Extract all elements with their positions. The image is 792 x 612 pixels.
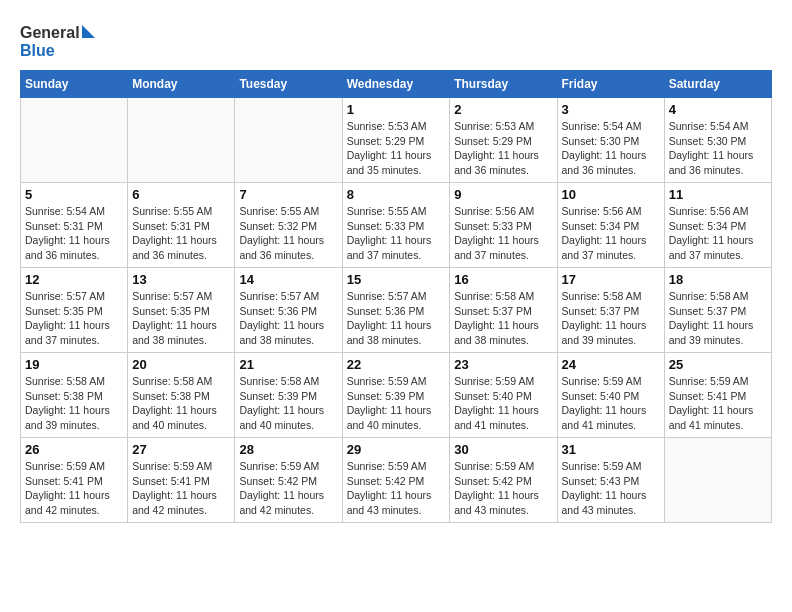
week-row-2: 5Sunrise: 5:54 AMSunset: 5:31 PMDaylight… [21, 183, 772, 268]
day-number: 18 [669, 272, 767, 287]
calendar-cell: 30Sunrise: 5:59 AMSunset: 5:42 PMDayligh… [450, 438, 557, 523]
day-number: 15 [347, 272, 446, 287]
day-info: Sunrise: 5:59 AMSunset: 5:43 PMDaylight:… [562, 459, 660, 518]
calendar-cell: 4Sunrise: 5:54 AMSunset: 5:30 PMDaylight… [664, 98, 771, 183]
day-info: Sunrise: 5:58 AMSunset: 5:37 PMDaylight:… [562, 289, 660, 348]
calendar-cell: 17Sunrise: 5:58 AMSunset: 5:37 PMDayligh… [557, 268, 664, 353]
day-info: Sunrise: 5:57 AMSunset: 5:35 PMDaylight:… [132, 289, 230, 348]
day-number: 13 [132, 272, 230, 287]
week-row-1: 1Sunrise: 5:53 AMSunset: 5:29 PMDaylight… [21, 98, 772, 183]
calendar-cell: 12Sunrise: 5:57 AMSunset: 5:35 PMDayligh… [21, 268, 128, 353]
day-info: Sunrise: 5:58 AMSunset: 5:37 PMDaylight:… [669, 289, 767, 348]
weekday-header-wednesday: Wednesday [342, 71, 450, 98]
calendar-cell: 21Sunrise: 5:58 AMSunset: 5:39 PMDayligh… [235, 353, 342, 438]
calendar-cell: 25Sunrise: 5:59 AMSunset: 5:41 PMDayligh… [664, 353, 771, 438]
day-number: 31 [562, 442, 660, 457]
day-info: Sunrise: 5:57 AMSunset: 5:36 PMDaylight:… [239, 289, 337, 348]
day-info: Sunrise: 5:53 AMSunset: 5:29 PMDaylight:… [454, 119, 552, 178]
calendar-cell: 15Sunrise: 5:57 AMSunset: 5:36 PMDayligh… [342, 268, 450, 353]
day-number: 6 [132, 187, 230, 202]
day-info: Sunrise: 5:58 AMSunset: 5:39 PMDaylight:… [239, 374, 337, 433]
calendar-cell: 11Sunrise: 5:56 AMSunset: 5:34 PMDayligh… [664, 183, 771, 268]
day-info: Sunrise: 5:55 AMSunset: 5:31 PMDaylight:… [132, 204, 230, 263]
calendar-cell: 10Sunrise: 5:56 AMSunset: 5:34 PMDayligh… [557, 183, 664, 268]
day-info: Sunrise: 5:56 AMSunset: 5:34 PMDaylight:… [669, 204, 767, 263]
day-info: Sunrise: 5:57 AMSunset: 5:35 PMDaylight:… [25, 289, 123, 348]
logo: GeneralBlue [20, 20, 100, 60]
calendar-cell: 14Sunrise: 5:57 AMSunset: 5:36 PMDayligh… [235, 268, 342, 353]
calendar-cell: 2Sunrise: 5:53 AMSunset: 5:29 PMDaylight… [450, 98, 557, 183]
day-info: Sunrise: 5:59 AMSunset: 5:39 PMDaylight:… [347, 374, 446, 433]
calendar-cell: 22Sunrise: 5:59 AMSunset: 5:39 PMDayligh… [342, 353, 450, 438]
day-info: Sunrise: 5:59 AMSunset: 5:42 PMDaylight:… [347, 459, 446, 518]
day-info: Sunrise: 5:58 AMSunset: 5:38 PMDaylight:… [25, 374, 123, 433]
calendar-cell: 28Sunrise: 5:59 AMSunset: 5:42 PMDayligh… [235, 438, 342, 523]
day-info: Sunrise: 5:56 AMSunset: 5:34 PMDaylight:… [562, 204, 660, 263]
calendar-cell: 8Sunrise: 5:55 AMSunset: 5:33 PMDaylight… [342, 183, 450, 268]
day-info: Sunrise: 5:59 AMSunset: 5:41 PMDaylight:… [132, 459, 230, 518]
weekday-header-monday: Monday [128, 71, 235, 98]
day-info: Sunrise: 5:55 AMSunset: 5:33 PMDaylight:… [347, 204, 446, 263]
day-info: Sunrise: 5:59 AMSunset: 5:40 PMDaylight:… [562, 374, 660, 433]
day-number: 9 [454, 187, 552, 202]
calendar-cell: 19Sunrise: 5:58 AMSunset: 5:38 PMDayligh… [21, 353, 128, 438]
day-info: Sunrise: 5:59 AMSunset: 5:42 PMDaylight:… [239, 459, 337, 518]
calendar-cell: 20Sunrise: 5:58 AMSunset: 5:38 PMDayligh… [128, 353, 235, 438]
day-number: 16 [454, 272, 552, 287]
day-info: Sunrise: 5:59 AMSunset: 5:40 PMDaylight:… [454, 374, 552, 433]
day-info: Sunrise: 5:59 AMSunset: 5:41 PMDaylight:… [25, 459, 123, 518]
weekday-header-saturday: Saturday [664, 71, 771, 98]
day-info: Sunrise: 5:54 AMSunset: 5:31 PMDaylight:… [25, 204, 123, 263]
day-number: 30 [454, 442, 552, 457]
week-row-3: 12Sunrise: 5:57 AMSunset: 5:35 PMDayligh… [21, 268, 772, 353]
day-info: Sunrise: 5:57 AMSunset: 5:36 PMDaylight:… [347, 289, 446, 348]
calendar-cell: 6Sunrise: 5:55 AMSunset: 5:31 PMDaylight… [128, 183, 235, 268]
calendar-table: SundayMondayTuesdayWednesdayThursdayFrid… [20, 70, 772, 523]
day-number: 24 [562, 357, 660, 372]
day-number: 21 [239, 357, 337, 372]
day-number: 7 [239, 187, 337, 202]
day-info: Sunrise: 5:54 AMSunset: 5:30 PMDaylight:… [669, 119, 767, 178]
weekday-header-friday: Friday [557, 71, 664, 98]
day-number: 5 [25, 187, 123, 202]
day-number: 25 [669, 357, 767, 372]
svg-text:General: General [20, 24, 80, 41]
day-number: 27 [132, 442, 230, 457]
calendar-cell: 18Sunrise: 5:58 AMSunset: 5:37 PMDayligh… [664, 268, 771, 353]
weekday-header-sunday: Sunday [21, 71, 128, 98]
day-info: Sunrise: 5:53 AMSunset: 5:29 PMDaylight:… [347, 119, 446, 178]
day-number: 23 [454, 357, 552, 372]
page-header: GeneralBlue [20, 20, 772, 60]
day-number: 14 [239, 272, 337, 287]
day-info: Sunrise: 5:59 AMSunset: 5:41 PMDaylight:… [669, 374, 767, 433]
calendar-cell [235, 98, 342, 183]
calendar-cell: 24Sunrise: 5:59 AMSunset: 5:40 PMDayligh… [557, 353, 664, 438]
calendar-cell [21, 98, 128, 183]
calendar-cell: 7Sunrise: 5:55 AMSunset: 5:32 PMDaylight… [235, 183, 342, 268]
calendar-cell [128, 98, 235, 183]
calendar-cell: 1Sunrise: 5:53 AMSunset: 5:29 PMDaylight… [342, 98, 450, 183]
day-number: 22 [347, 357, 446, 372]
day-info: Sunrise: 5:56 AMSunset: 5:33 PMDaylight:… [454, 204, 552, 263]
day-info: Sunrise: 5:58 AMSunset: 5:37 PMDaylight:… [454, 289, 552, 348]
logo-svg: GeneralBlue [20, 20, 100, 60]
calendar-cell: 29Sunrise: 5:59 AMSunset: 5:42 PMDayligh… [342, 438, 450, 523]
weekday-header-row: SundayMondayTuesdayWednesdayThursdayFrid… [21, 71, 772, 98]
svg-text:Blue: Blue [20, 42, 55, 59]
day-number: 11 [669, 187, 767, 202]
calendar-cell: 3Sunrise: 5:54 AMSunset: 5:30 PMDaylight… [557, 98, 664, 183]
day-number: 12 [25, 272, 123, 287]
day-number: 10 [562, 187, 660, 202]
week-row-4: 19Sunrise: 5:58 AMSunset: 5:38 PMDayligh… [21, 353, 772, 438]
calendar-cell [664, 438, 771, 523]
day-number: 28 [239, 442, 337, 457]
day-number: 29 [347, 442, 446, 457]
weekday-header-thursday: Thursday [450, 71, 557, 98]
calendar-cell: 5Sunrise: 5:54 AMSunset: 5:31 PMDaylight… [21, 183, 128, 268]
day-number: 2 [454, 102, 552, 117]
day-number: 1 [347, 102, 446, 117]
day-number: 20 [132, 357, 230, 372]
day-info: Sunrise: 5:55 AMSunset: 5:32 PMDaylight:… [239, 204, 337, 263]
calendar-cell: 31Sunrise: 5:59 AMSunset: 5:43 PMDayligh… [557, 438, 664, 523]
calendar-cell: 23Sunrise: 5:59 AMSunset: 5:40 PMDayligh… [450, 353, 557, 438]
